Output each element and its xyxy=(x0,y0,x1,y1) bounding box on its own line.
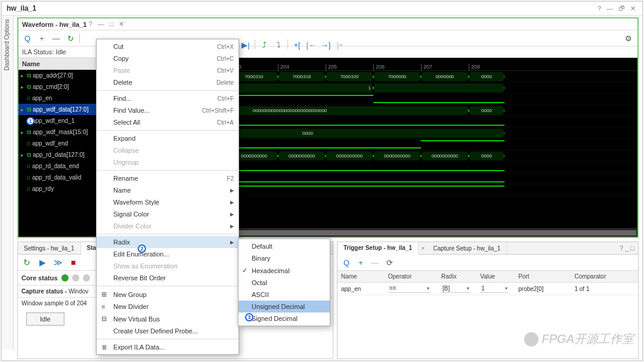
ruler-mark: 204 xyxy=(278,64,289,71)
menu-item-label: Edit Enumeration... xyxy=(113,250,234,258)
menu-item-name[interactable]: Name▶ xyxy=(97,184,239,196)
run-icon[interactable]: ↻ xyxy=(65,33,76,44)
menu-item-shortcut: Ctrl+F xyxy=(218,95,234,102)
menu-item-radix[interactable]: Radix▶ xyxy=(97,236,239,248)
submenu-item-default[interactable]: Default xyxy=(239,240,330,252)
menu-item-signal-color[interactable]: Signal Color▶ xyxy=(97,208,239,220)
menu-item-copy[interactable]: CopyCtrl+C xyxy=(97,52,239,64)
maximize-icon[interactable]: □ xyxy=(108,20,116,27)
menu-item-cut[interactable]: CutCtrl+X xyxy=(97,41,239,52)
menu-item-new-group[interactable]: ⊞New Group xyxy=(97,288,239,301)
watermark-text: FPGA开源工作室 xyxy=(542,331,634,347)
settings-gear-icon[interactable]: ⚙ xyxy=(623,33,634,44)
capture-status-label: Capture status - xyxy=(21,288,67,295)
trigger-name-cell: app_en xyxy=(338,283,385,295)
search-icon[interactable]: Q xyxy=(22,33,33,44)
annotation-2: 2 xyxy=(138,245,146,253)
idle-button[interactable]: Idle xyxy=(26,313,64,326)
col-port: Port xyxy=(515,271,571,283)
menu-item-rename[interactable]: RenameF2 xyxy=(97,172,239,184)
radix-dropdown[interactable]: [B]▾ xyxy=(441,284,470,293)
minimize-icon[interactable]: — xyxy=(605,5,615,13)
trigger-table: Name Operator Radix Value Port Comparato… xyxy=(338,271,638,295)
add-icon[interactable]: + xyxy=(36,33,47,44)
marker-icon[interactable]: +[ xyxy=(292,39,302,50)
play-icon[interactable]: ▶| xyxy=(240,39,251,50)
submenu-item-label: Binary xyxy=(252,255,270,262)
tab-settings[interactable]: Settings - hw_ila_1 xyxy=(18,243,81,254)
remove-icon[interactable]: — xyxy=(370,257,380,268)
menu-item-reverse-bit-order[interactable]: Reverse Bit Order xyxy=(97,272,239,284)
menu-item-label: Expand xyxy=(113,135,234,142)
menu-item-label: Signal Color xyxy=(113,211,230,218)
menu-item-show-as-enumeration: Show as Enumeration xyxy=(97,260,239,272)
close-icon[interactable]: ✕ xyxy=(117,20,126,27)
menu-item-shortcut: Ctrl+V xyxy=(217,67,234,74)
menu-item-new-divider[interactable]: ≡New Divider xyxy=(97,301,239,313)
menu-item-shortcut: Ctrl+X xyxy=(217,44,234,50)
bus-value: 0000000000 xyxy=(373,151,421,160)
bus-value xyxy=(373,83,504,92)
menu-item-label: New Group xyxy=(113,291,234,298)
remove-icon[interactable]: — xyxy=(51,33,61,44)
menu-item-shortcut: Ctrl+A xyxy=(217,119,234,126)
value-dropdown[interactable]: 1▾ xyxy=(480,284,509,293)
menu-item-label: Select All xyxy=(113,119,217,126)
stop-icon[interactable]: ■ xyxy=(68,257,79,268)
menu-item-find-value-[interactable]: Find Value...Ctrl+Shift+F xyxy=(97,104,239,116)
search-icon[interactable]: Q xyxy=(341,257,352,268)
marker-icon[interactable]: →] xyxy=(320,39,331,50)
submenu-item-octal[interactable]: Octal xyxy=(239,277,330,289)
annotation-1: 1 xyxy=(26,117,35,125)
dashboard-options-sidebar[interactable]: Dashboard Options xyxy=(2,16,14,349)
marker-icon[interactable]: [← xyxy=(306,39,317,50)
reset-icon[interactable]: ⟳ xyxy=(384,257,395,268)
trigger-row[interactable]: app_en ==▾ [B]▾ 1▾ probe2[0] 1 of 1 xyxy=(338,283,638,295)
step-icon[interactable]: ⤵ xyxy=(273,39,284,50)
menu-item-divider-color: Divider Color▶ xyxy=(97,220,239,232)
play-icon[interactable]: ▶ xyxy=(37,257,48,268)
minimize-icon[interactable]: — xyxy=(96,20,106,27)
tab-close-icon[interactable]: × xyxy=(419,242,427,254)
menu-item-shortcut: Delete xyxy=(216,79,234,86)
bus-value: 0000000000 xyxy=(326,151,373,160)
menu-item-waveform-style[interactable]: Waveform Style▶ xyxy=(97,196,239,208)
help-icon[interactable]: ? xyxy=(596,5,603,13)
menu-item-find-[interactable]: Find...Ctrl+F xyxy=(97,92,239,104)
menu-item-expand[interactable]: Expand xyxy=(97,132,239,144)
bus-value: 0000 xyxy=(469,151,504,160)
step-icon[interactable]: ⤴ xyxy=(259,39,270,50)
menu-item-edit-enumeration-[interactable]: Edit Enumeration... xyxy=(97,248,239,260)
menu-item-delete[interactable]: DeleteDelete xyxy=(97,76,239,88)
bus-value: 0000000000 xyxy=(278,151,326,160)
help-icon[interactable]: ? xyxy=(86,20,94,27)
restore-icon[interactable]: 🗗 xyxy=(617,5,627,13)
submenu-item-ascii[interactable]: ASCII xyxy=(239,289,330,301)
close-icon[interactable]: ✕ xyxy=(628,5,637,13)
tab-trigger-setup[interactable]: Trigger Setup - hw_ila_1 xyxy=(338,242,419,255)
menu-item-icon: ≡ xyxy=(101,303,113,310)
submenu-item-binary[interactable]: Binary xyxy=(239,252,330,264)
menu-item-label: Divider Color xyxy=(113,222,230,230)
menu-item-new-virtual-bus[interactable]: ⊟New Virtual Bus xyxy=(97,313,239,325)
refresh-icon[interactable]: ↻ xyxy=(21,257,32,268)
panel-help-icon[interactable]: ? _ □ xyxy=(616,243,638,253)
menu-item-export-ila-data-[interactable]: 🗎Export ILA Data... xyxy=(97,341,239,353)
operator-dropdown[interactable]: ==▾ xyxy=(388,284,431,293)
marker-icon[interactable]: ]+ xyxy=(335,39,345,50)
add-icon[interactable]: + xyxy=(355,257,366,268)
waveform-title: Waveform - hw_ila_1 xyxy=(22,21,86,28)
status-dot-gray xyxy=(83,274,90,281)
fast-forward-icon[interactable]: ≫ xyxy=(52,257,63,268)
submenu-item-unsigned-decimal[interactable]: Unsigned Decimal xyxy=(239,301,330,313)
menu-item-shortcut: Ctrl+Shift+F xyxy=(202,107,234,114)
menu-item-label: Ungroup xyxy=(113,159,234,166)
col-operator: Operator xyxy=(385,271,438,283)
submenu-item-hexadecimal[interactable]: ✓Hexadecimal xyxy=(239,264,330,277)
menu-item-label: Delete xyxy=(113,79,216,86)
tab-capture-setup[interactable]: Capture Setup - hw_ila_1 xyxy=(427,243,507,254)
menu-item-select-all[interactable]: Select AllCtrl+A xyxy=(97,116,239,128)
menu-item-create-user-defined-probe-[interactable]: Create User Defined Probe... xyxy=(97,325,239,337)
menu-item-icon: ⊞ xyxy=(101,290,113,298)
menu-item-shortcut: Ctrl+C xyxy=(216,55,234,62)
